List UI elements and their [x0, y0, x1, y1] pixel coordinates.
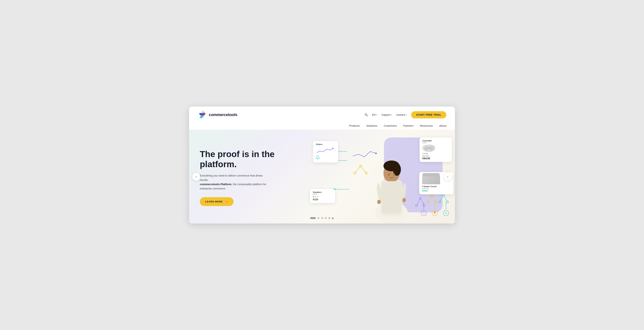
nav-item-partners[interactable]: Partners	[403, 124, 414, 127]
prev-icon: ‹	[196, 175, 197, 179]
percent-icon-item: %	[443, 202, 449, 216]
clock-icon: ⏱	[421, 210, 426, 216]
browser-window: commercetools EN ▾ Support ▾	[189, 106, 455, 224]
main-nav: Products Solutions Customers Partners Re…	[198, 122, 446, 130]
support-button[interactable]: Support ▾	[382, 113, 392, 116]
arrow-right-icon: →	[225, 200, 228, 204]
hero-title: The proof is in the platform.	[200, 149, 292, 169]
svg-point-51	[376, 183, 384, 203]
nav-item-about[interactable]: About	[439, 124, 446, 127]
controller-image	[422, 145, 435, 152]
indicator-1[interactable]	[310, 217, 316, 219]
hero-description: Everything you need to deliver commerce …	[200, 174, 272, 191]
start-free-trial-button[interactable]: START FREE TRIAL	[411, 111, 446, 118]
hero-left: The proof is in the platform. Everything…	[189, 130, 301, 224]
logo-icon	[198, 110, 207, 119]
percent-icon: %	[443, 210, 449, 216]
color-dot-teal	[313, 196, 314, 197]
svg-marker-0	[202, 110, 205, 113]
svg-point-38	[424, 146, 428, 151]
connector-line	[424, 202, 424, 210]
svg-point-5	[365, 113, 367, 115]
couch-card-title: 3 Seater Couch	[422, 185, 450, 188]
indicator-3[interactable]	[321, 217, 323, 219]
orders-card-title: Orders	[316, 143, 335, 145]
hero-illustration: Orders Sneakers White	[301, 130, 455, 224]
bottom-icons-row: ⏱ 📍 %	[421, 202, 449, 216]
header-controls: EN ▾ Support ▾ Careers ▾ START FREE TRIA…	[364, 111, 446, 118]
svg-line-14	[355, 166, 360, 173]
language-button[interactable]: EN ▾	[372, 113, 377, 116]
couch-image	[422, 175, 440, 184]
dot-teal	[424, 153, 426, 154]
svg-marker-4	[202, 116, 204, 118]
search-icon	[364, 113, 368, 116]
nav-item-customers[interactable]: Customers	[384, 124, 397, 127]
orders-mini-chart	[316, 146, 334, 154]
couch-back	[422, 173, 440, 176]
nav-item-resources[interactable]: Resources	[420, 124, 433, 127]
careers-label: Careers	[396, 113, 405, 116]
dot-yellow	[422, 153, 424, 154]
hero-section: The proof is in the platform. Everything…	[189, 130, 455, 224]
nav-item-products[interactable]: Products	[349, 124, 360, 127]
couch-price: $999	[422, 189, 450, 192]
sneakers-price: €110	[313, 198, 332, 201]
nav-item-solutions[interactable]: Solutions	[366, 124, 377, 127]
svg-marker-1	[200, 113, 202, 116]
controller-sale-price: €64,50	[422, 157, 449, 160]
svg-line-6	[367, 115, 368, 116]
clock-icon-item: ⏱	[421, 202, 426, 216]
svg-rect-40	[428, 147, 430, 149]
indicator-2[interactable]	[318, 217, 320, 219]
svg-point-13	[365, 172, 368, 174]
header-top: commercetools EN ▾ Support ▾	[198, 106, 446, 122]
chevron-down-icon: ▾	[391, 114, 392, 116]
next-icon: ›	[447, 175, 448, 179]
carousel-indicators: ▶	[310, 217, 334, 220]
svg-point-11	[360, 165, 362, 167]
indicator-4[interactable]	[325, 217, 327, 219]
sneakers-card-subtitle: White	[313, 193, 332, 195]
controller-card: Controller White €119,00 €64,50	[420, 137, 452, 162]
controller-indicator-dots	[422, 153, 449, 154]
carousel-prev-button[interactable]: ‹	[192, 173, 200, 181]
sneakers-card-title: Sneakers	[313, 191, 332, 193]
controller-card-title: Controller	[422, 140, 449, 142]
controller-card-subtitle: White	[422, 142, 449, 143]
pin-icon-item: 📍	[432, 202, 438, 216]
bell-icon	[316, 155, 320, 159]
indicator-5[interactable]	[328, 217, 330, 219]
couch-card-subtitle: Soft Grey	[422, 188, 450, 189]
search-button[interactable]	[364, 113, 368, 116]
svg-line-15	[360, 166, 366, 173]
chevron-down-icon: ▾	[376, 114, 377, 116]
color-dot-gray	[317, 196, 318, 197]
connector-line	[435, 202, 435, 210]
chevron-down-icon: ▾	[406, 114, 407, 116]
lang-label: EN	[372, 113, 376, 116]
header: commercetools EN ▾ Support ▾	[189, 106, 455, 130]
svg-point-39	[430, 146, 433, 151]
support-label: Support	[382, 113, 390, 116]
pin-icon: 📍	[432, 210, 438, 216]
svg-point-53	[377, 200, 381, 204]
learn-more-label: LEARN MORE	[205, 200, 223, 203]
color-dot-yellow	[315, 196, 316, 197]
svg-marker-3	[200, 116, 202, 118]
svg-point-34	[332, 148, 334, 149]
controller-original-price: €119,00	[422, 155, 449, 157]
learn-more-button[interactable]: LEARN MORE →	[200, 197, 234, 206]
logo[interactable]: commercetools	[198, 110, 237, 119]
carousel-next-button[interactable]: ›	[444, 173, 452, 181]
svg-point-36	[317, 159, 318, 159]
dot-purple	[426, 153, 428, 154]
careers-button[interactable]: Careers ▾	[396, 113, 407, 116]
hero-desc-bold: commercetools Platform	[200, 183, 232, 186]
sneakers-card: Sneakers White €110	[310, 189, 335, 203]
svg-marker-2	[202, 113, 205, 116]
carousel-next-arrow[interactable]: ▶	[332, 217, 334, 220]
svg-line-32	[444, 195, 447, 202]
hero-desc-plain: Everything you need to deliver commerce …	[200, 174, 262, 181]
orders-card: Orders	[313, 141, 338, 162]
